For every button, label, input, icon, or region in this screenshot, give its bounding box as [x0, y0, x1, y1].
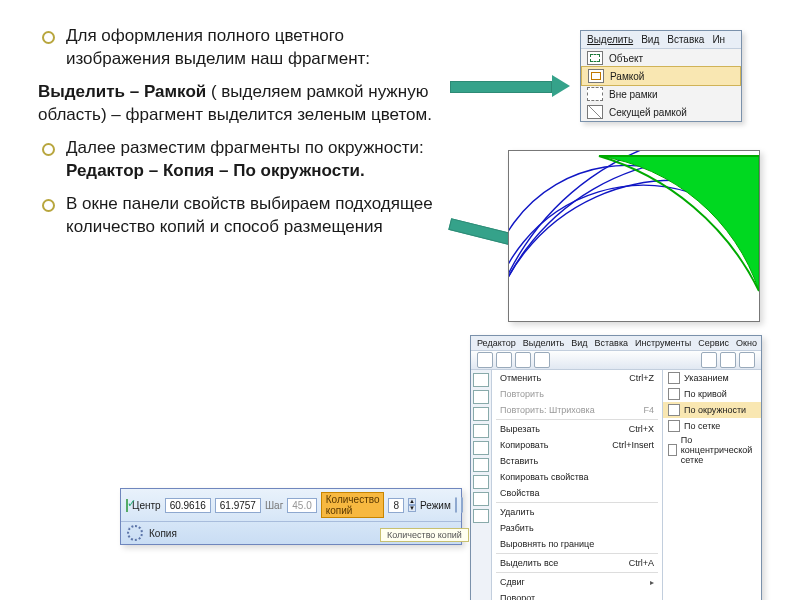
- fragment-preview: [508, 150, 760, 322]
- editor-menu-item[interactable]: Разбить: [492, 520, 662, 536]
- mode-label: Режим: [420, 500, 451, 511]
- submenu-icon: [668, 372, 680, 384]
- menu-item-label: Вне рамки: [609, 89, 658, 100]
- menu1-tab-0[interactable]: Выделить: [587, 34, 633, 45]
- menu-item-label: Вставить: [500, 456, 538, 466]
- mb-1[interactable]: Выделить: [523, 338, 565, 348]
- editor-menu-item[interactable]: Выделить всеCtrl+A: [492, 555, 662, 571]
- menu-item-label: Копировать: [500, 440, 548, 450]
- para1-lead: Выделить – Рамкой: [38, 82, 206, 101]
- menu-item-label: Повторить: Штриховка: [500, 405, 595, 415]
- copy-submenu: УказаниемПо кривойПо окружностиПо сеткеП…: [663, 370, 761, 600]
- side-btn[interactable]: [473, 475, 489, 489]
- menu-item-label: Разбить: [500, 523, 534, 533]
- submenu-label: По кривой: [684, 389, 727, 399]
- mb-3[interactable]: Вставка: [595, 338, 628, 348]
- bullet-1: Для оформления полного цветного изображе…: [38, 25, 438, 71]
- bullet-3: В окне панели свойств выбираем подходяще…: [38, 193, 438, 239]
- obj-icon: [587, 51, 603, 65]
- side-btn[interactable]: [473, 492, 489, 506]
- editor-menu-item[interactable]: Поворот: [492, 590, 662, 600]
- side-btn[interactable]: [473, 373, 489, 387]
- submenu-icon: [668, 420, 680, 432]
- copy-submenu-item[interactable]: По окружности: [663, 402, 761, 418]
- copy-label: Копия: [149, 528, 177, 539]
- editor-menu-item[interactable]: Копировать свойства: [492, 469, 662, 485]
- mb-0[interactable]: Редактор: [477, 338, 516, 348]
- menu1-tab-3[interactable]: Ин: [712, 34, 725, 45]
- shortcut-label: Ctrl+Z: [629, 373, 654, 383]
- toolbar-btn[interactable]: [515, 352, 531, 368]
- mb-5[interactable]: Сервис: [698, 338, 729, 348]
- out-icon: [587, 87, 603, 101]
- copy-submenu-item[interactable]: По сетке: [663, 418, 761, 434]
- step-field[interactable]: 45.0: [287, 498, 316, 513]
- side-btn[interactable]: [473, 407, 489, 421]
- submenu-label: По окружности: [684, 405, 746, 415]
- submenu-label: Указанием: [684, 373, 729, 383]
- menu-item-label: Поворот: [500, 593, 535, 600]
- editor-menubar: Редактор Выделить Вид Вставка Инструмент…: [471, 336, 761, 351]
- submenu-icon: [668, 444, 677, 456]
- menu-item-label: Свойства: [500, 488, 540, 498]
- editor-menu-item[interactable]: Удалить: [492, 504, 662, 520]
- side-btn[interactable]: [473, 458, 489, 472]
- copy-submenu-item[interactable]: Указанием: [663, 370, 761, 386]
- select-menu-item[interactable]: Вне рамки: [581, 85, 741, 103]
- side-btn[interactable]: [473, 509, 489, 523]
- center-checkbox[interactable]: [126, 499, 128, 512]
- toolbar-btn[interactable]: [477, 352, 493, 368]
- bullet-1-text: Для оформления полного цветного изображе…: [66, 26, 370, 68]
- bullet-2: Далее разместим фрагменты по окружности:…: [38, 137, 438, 183]
- side-btn[interactable]: [473, 390, 489, 404]
- menu1-tab-1[interactable]: Вид: [641, 34, 659, 45]
- editor-menu-item[interactable]: Сдвиг▸: [492, 574, 662, 590]
- count-field[interactable]: 8: [388, 498, 404, 513]
- side-btn[interactable]: [473, 424, 489, 438]
- menu-item-label: Выделить все: [500, 558, 558, 568]
- gear-icon[interactable]: [127, 525, 143, 541]
- submenu-icon: [668, 404, 680, 416]
- toolbar-btn[interactable]: [720, 352, 736, 368]
- editor-menu-item[interactable]: КопироватьCtrl+Insert: [492, 437, 662, 453]
- bullet-3-text: В окне панели свойств выбираем подходяще…: [66, 194, 433, 236]
- shortcut-label: Ctrl+Insert: [612, 440, 654, 450]
- side-btn[interactable]: [473, 441, 489, 455]
- paragraph-select-frame: Выделить – Рамкой ( выделяем рамкой нужн…: [38, 81, 438, 127]
- select-menu-tabs: Выделить Вид Вставка Ин: [581, 31, 741, 49]
- toolbar-btn[interactable]: [496, 352, 512, 368]
- menu-item-label: Выровнять по границе: [500, 539, 594, 549]
- editor-toolbar: [471, 351, 761, 370]
- copy-submenu-item[interactable]: По концентрической сетке: [663, 434, 761, 466]
- count-label: Количество копий: [321, 492, 385, 518]
- toolbar-btn[interactable]: [739, 352, 755, 368]
- toolbar-btn[interactable]: [534, 352, 550, 368]
- center-y-field[interactable]: 61.9757: [215, 498, 261, 513]
- menu-item-label: Секущей рамкой: [609, 107, 687, 118]
- editor-menu-item[interactable]: ВырезатьCtrl+X: [492, 421, 662, 437]
- count-spinner[interactable]: ▲▼: [408, 498, 416, 512]
- center-label: Центр: [132, 500, 161, 511]
- select-menu-item[interactable]: Секущей рамкой: [581, 103, 741, 121]
- editor-menu-item[interactable]: Свойства: [492, 485, 662, 501]
- mb-4[interactable]: Инструменты: [635, 338, 691, 348]
- mode-icon-b[interactable]: [461, 497, 463, 513]
- editor-menu-item[interactable]: Вставить: [492, 453, 662, 469]
- menu1-tab-2[interactable]: Вставка: [667, 34, 704, 45]
- instruction-text: Для оформления полного цветного изображе…: [38, 25, 438, 249]
- editor-menu-item[interactable]: Выровнять по границе: [492, 536, 662, 552]
- menu-item-label: Повторить: [500, 389, 544, 399]
- mb-2[interactable]: Вид: [571, 338, 587, 348]
- mb-6[interactable]: Окно: [736, 338, 757, 348]
- step-label: Шаг: [265, 500, 283, 511]
- select-menu-item[interactable]: Рамкой: [581, 66, 741, 86]
- mode-icon-a[interactable]: [455, 497, 457, 513]
- copy-submenu-item[interactable]: По кривой: [663, 386, 761, 402]
- select-menu-item[interactable]: Объект: [581, 49, 741, 67]
- editor-menu-item[interactable]: ОтменитьCtrl+Z: [492, 370, 662, 386]
- submenu-label: По сетке: [684, 421, 720, 431]
- menu-item-label: Отменить: [500, 373, 541, 383]
- submenu-icon: [668, 388, 680, 400]
- toolbar-btn[interactable]: [701, 352, 717, 368]
- center-x-field[interactable]: 60.9616: [165, 498, 211, 513]
